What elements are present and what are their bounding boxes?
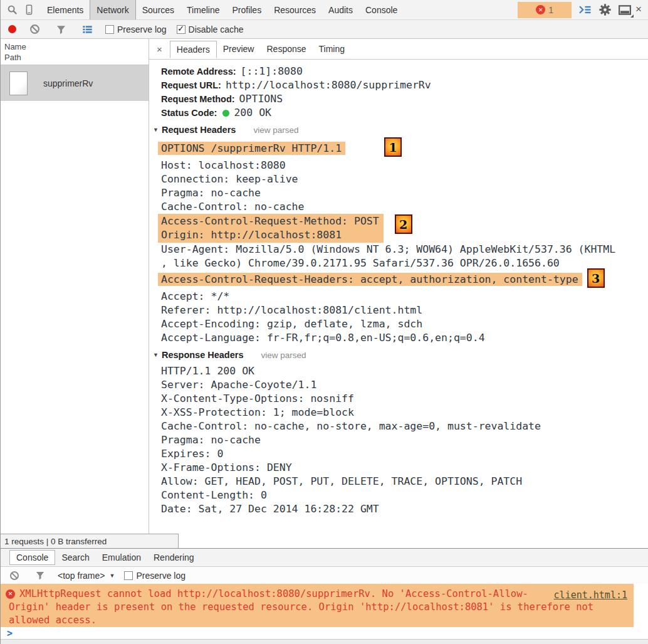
- bottom-strip: [1, 639, 648, 644]
- drawer-tabbar: Console Search Emulation Rendering: [1, 549, 648, 567]
- remote-address-label: Remote Address:: [161, 66, 236, 77]
- error-badge-icon[interactable]: ✕: [536, 5, 545, 14]
- disable-cache-checkbox-box[interactable]: ✓: [177, 25, 186, 34]
- raw-header-line: Accept: */*: [161, 290, 648, 304]
- frame-selector[interactable]: <top frame> ▼: [58, 571, 115, 581]
- preserve-log-checkbox-box[interactable]: [105, 25, 114, 34]
- console-error-line: Origin' header is present on the request…: [9, 601, 634, 614]
- drawer-tab-emulation[interactable]: Emulation: [96, 551, 147, 564]
- request-url-row: Request URL:http://localhost:8080/suppri…: [161, 78, 648, 92]
- raw-header-line: Server: Apache-Coyote/1.1: [161, 378, 648, 392]
- resource-rows-icon[interactable]: [79, 21, 95, 38]
- raw-header-line: Accept-Language: fr-FR,fr;q=0.8,en-US;q=…: [161, 331, 648, 345]
- raw-header-line: X-XSS-Protection: 1; mode=block: [161, 406, 648, 420]
- dock-side-icon[interactable]: [617, 2, 633, 18]
- error-badge-annotation-highlight: ✕ 1: [518, 2, 572, 18]
- tab-response[interactable]: Response: [260, 41, 312, 57]
- request-headers-section[interactable]: ▼Request Headersview parsed: [153, 123, 648, 137]
- settings-gear-icon[interactable]: [597, 2, 613, 18]
- raw-header-line: Connection: keep-alive: [161, 172, 648, 186]
- tab-audits[interactable]: Audits: [322, 0, 359, 19]
- tab-elements[interactable]: Elements: [41, 0, 90, 19]
- clear-icon[interactable]: [26, 21, 43, 38]
- console-error-line: XMLHttpRequest cannot load http://localh…: [19, 588, 634, 601]
- request-name: supprimerRv: [43, 78, 93, 88]
- record-icon[interactable]: [8, 25, 16, 33]
- network-panel: Name Path supprimerRv × Headers Preview …: [1, 39, 648, 548]
- disable-cache-label: Disable cache: [189, 24, 244, 34]
- raw-header-line: Access-Control-Request-Headers: accept, …: [161, 270, 648, 290]
- error-x-glyph: ✕: [8, 588, 13, 601]
- request-detail-tabbar: × Headers Preview Response Timing: [149, 39, 648, 60]
- raw-header-line: Referer: http://localhost:8081/client.ht…: [161, 304, 648, 317]
- drawer-tab-rendering[interactable]: Rendering: [147, 551, 201, 564]
- raw-header-line: User-Agent: Mozilla/5.0 (Windows NT 6.3;…: [161, 243, 648, 256]
- tab-preview[interactable]: Preview: [217, 41, 261, 57]
- annotation-highlight-3: Access-Control-Request-Headers: accept, …: [158, 273, 582, 286]
- console-clear-icon[interactable]: [6, 567, 23, 584]
- raw-header-line: Cache-Control: no-cache: [161, 200, 648, 214]
- console-prompt[interactable]: >: [1, 627, 648, 639]
- devtools-close-icon[interactable]: ×: [633, 3, 645, 17]
- checkmark-icon: ✓: [177, 24, 184, 33]
- raw-header-line: Allow: GET, HEAD, POST, PUT, DELETE, TRA…: [161, 475, 648, 488]
- detail-close-icon[interactable]: ×: [154, 44, 170, 55]
- console-error-message-highlight: ✕ XMLHttpRequest cannot load http://loca…: [1, 584, 634, 627]
- search-icon[interactable]: [4, 2, 21, 18]
- network-summary-text: 1 requests | 0 B transferred: [4, 537, 107, 546]
- error-count[interactable]: 1: [548, 5, 553, 15]
- tab-profiles[interactable]: Profiles: [226, 0, 268, 19]
- annotation-box-2: 2: [395, 214, 412, 234]
- raw-header-line: HTTP/1.1 200 OK: [161, 364, 648, 378]
- tab-headers[interactable]: Headers: [170, 41, 217, 58]
- console-drawer: Console Search Emulation Rendering <top …: [1, 548, 648, 644]
- console-filter-icon[interactable]: [32, 567, 48, 584]
- raw-header-line: Pragma: no-cache: [161, 186, 648, 200]
- annotation-highlight-1: OPTIONS /supprimerRv HTTP/1.1: [158, 142, 345, 155]
- tab-timing[interactable]: Timing: [313, 41, 352, 57]
- devtools-main-tabbar: Elements Network Sources Timeline Profil…: [1, 0, 648, 20]
- request-row[interactable]: supprimerRv: [1, 65, 149, 101]
- tab-timeline[interactable]: Timeline: [180, 0, 226, 19]
- error-source-link[interactable]: client.html:1: [554, 589, 627, 602]
- console-toolbar: <top frame> ▼ Preserve log: [1, 567, 648, 584]
- status-green-dot-icon: [222, 110, 229, 117]
- tab-console[interactable]: Console: [359, 0, 404, 19]
- tab-sources[interactable]: Sources: [136, 0, 180, 19]
- headers-content: Remote Address:[::1]:8080 Request URL:ht…: [149, 60, 648, 516]
- raw-header-line: OPTIONS /supprimerRv HTTP/1.11: [161, 139, 648, 159]
- raw-header-line: Cache-Control: no-cache, no-store, max-a…: [161, 420, 648, 433]
- request-url-label: Request URL:: [161, 80, 221, 90]
- error-x-glyph: ✕: [538, 7, 543, 13]
- tab-network[interactable]: Network: [90, 0, 135, 19]
- console-drawer-toggle-icon[interactable]: [577, 2, 593, 18]
- remote-address-row: Remote Address:[::1]:8080: [161, 65, 648, 78]
- console-preserve-log-checkbox-box[interactable]: [124, 571, 133, 580]
- network-toolbar: Preserve log ✓ Disable cache: [1, 20, 648, 39]
- raw-header-line: Expires: 0: [161, 447, 648, 461]
- drawer-tab-console[interactable]: Console: [9, 550, 55, 565]
- disable-cache-checkbox[interactable]: ✓ Disable cache: [177, 24, 244, 34]
- response-headers-section[interactable]: ▼Response Headersview parsed: [153, 348, 648, 362]
- disclosure-triangle-icon[interactable]: ▼: [153, 127, 159, 133]
- view-parsed-link[interactable]: view parsed: [261, 351, 306, 360]
- console-preserve-log-checkbox[interactable]: Preserve log: [124, 571, 186, 581]
- device-emulation-icon[interactable]: [21, 2, 37, 18]
- annotation-box-1: 1: [384, 137, 402, 157]
- requests-column-header[interactable]: Name Path: [1, 39, 149, 65]
- filter-icon[interactable]: [53, 21, 69, 38]
- raw-header-line: Date: Sat, 27 Dec 2014 16:28:22 GMT: [161, 502, 648, 516]
- raw-header-line: Accept-Encoding: gzip, deflate, lzma, sd…: [161, 317, 648, 331]
- request-url-value: http://localhost:8080/supprimerRv: [226, 79, 431, 91]
- tab-resources[interactable]: Resources: [268, 0, 322, 19]
- disclosure-triangle-icon[interactable]: ▼: [153, 352, 159, 358]
- console-error-icon: ✕: [6, 589, 15, 599]
- view-parsed-link[interactable]: view parsed: [253, 125, 298, 135]
- raw-header-line: Access-Control-Request-Method: POST: [161, 214, 379, 228]
- request-headers-title: Request Headers: [162, 125, 236, 135]
- drawer-tab-search[interactable]: Search: [55, 551, 95, 564]
- network-summary-bar: 1 requests | 0 B transferred: [1, 534, 179, 548]
- preserve-log-checkbox[interactable]: Preserve log: [105, 24, 167, 34]
- devtools-window: Elements Network Sources Timeline Profil…: [0, 0, 648, 644]
- request-method-row: Request Method:OPTIONS: [161, 92, 648, 106]
